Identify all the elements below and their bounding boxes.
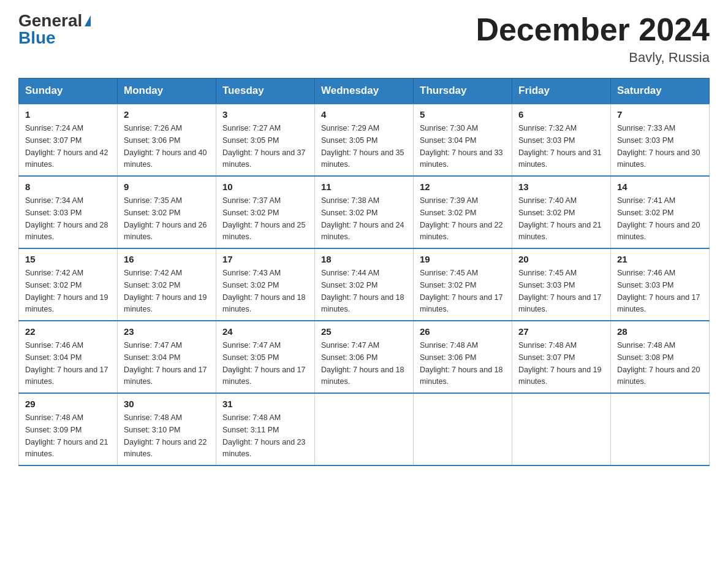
calendar-cell: 29 Sunrise: 7:48 AMSunset: 3:09 PMDaylig… bbox=[19, 393, 118, 465]
day-number: 23 bbox=[124, 326, 210, 337]
day-info: Sunrise: 7:29 AMSunset: 3:05 PMDaylight:… bbox=[321, 124, 404, 169]
day-info: Sunrise: 7:30 AMSunset: 3:04 PMDaylight:… bbox=[420, 124, 503, 169]
day-info: Sunrise: 7:27 AMSunset: 3:05 PMDaylight:… bbox=[222, 124, 306, 169]
calendar-cell: 20 Sunrise: 7:45 AMSunset: 3:03 PMDaylig… bbox=[512, 248, 611, 321]
calendar-week-1: 1 Sunrise: 7:24 AMSunset: 3:07 PMDayligh… bbox=[19, 104, 710, 176]
calendar-cell: 28 Sunrise: 7:48 AMSunset: 3:08 PMDaylig… bbox=[611, 321, 710, 393]
day-number: 10 bbox=[222, 182, 308, 192]
calendar-cell bbox=[512, 393, 611, 465]
calendar-cell: 7 Sunrise: 7:33 AMSunset: 3:03 PMDayligh… bbox=[611, 104, 710, 176]
day-info: Sunrise: 7:48 AMSunset: 3:09 PMDaylight:… bbox=[25, 413, 108, 458]
page-title: December 2024 bbox=[476, 12, 710, 47]
day-number: 30 bbox=[124, 399, 210, 409]
calendar-cell: 25 Sunrise: 7:47 AMSunset: 3:06 PMDaylig… bbox=[315, 321, 414, 393]
day-info: Sunrise: 7:42 AMSunset: 3:02 PMDaylight:… bbox=[124, 269, 207, 313]
calendar-cell: 2 Sunrise: 7:26 AMSunset: 3:06 PMDayligh… bbox=[118, 104, 216, 176]
day-info: Sunrise: 7:32 AMSunset: 3:03 PMDaylight:… bbox=[518, 124, 602, 169]
header-sunday: Sunday bbox=[19, 79, 118, 104]
day-info: Sunrise: 7:48 AMSunset: 3:07 PMDaylight:… bbox=[518, 341, 602, 386]
day-info: Sunrise: 7:47 AMSunset: 3:06 PMDaylight:… bbox=[321, 341, 404, 386]
day-number: 15 bbox=[25, 254, 111, 264]
day-number: 7 bbox=[617, 109, 703, 120]
calendar-table: Sunday Monday Tuesday Wednesday Thursday… bbox=[18, 78, 710, 466]
day-info: Sunrise: 7:48 AMSunset: 3:10 PMDaylight:… bbox=[124, 413, 207, 458]
day-number: 26 bbox=[420, 326, 506, 337]
logo-blue-text: Blue bbox=[18, 29, 56, 47]
day-info: Sunrise: 7:26 AMSunset: 3:06 PMDaylight:… bbox=[124, 124, 207, 169]
day-info: Sunrise: 7:34 AMSunset: 3:03 PMDaylight:… bbox=[25, 196, 108, 241]
day-info: Sunrise: 7:45 AMSunset: 3:02 PMDaylight:… bbox=[420, 269, 503, 313]
calendar-cell: 10 Sunrise: 7:37 AMSunset: 3:02 PMDaylig… bbox=[216, 176, 315, 248]
day-number: 17 bbox=[222, 254, 308, 264]
calendar-cell: 17 Sunrise: 7:43 AMSunset: 3:02 PMDaylig… bbox=[216, 248, 315, 321]
day-number: 16 bbox=[124, 254, 210, 264]
calendar-cell: 12 Sunrise: 7:39 AMSunset: 3:02 PMDaylig… bbox=[414, 176, 512, 248]
day-number: 20 bbox=[518, 254, 604, 264]
day-number: 13 bbox=[518, 182, 604, 192]
page-header: General Blue December 2024 Bavly, Russia bbox=[18, 12, 710, 66]
title-block: December 2024 Bavly, Russia bbox=[476, 12, 710, 66]
calendar-cell bbox=[315, 393, 414, 465]
header-thursday: Thursday bbox=[414, 79, 512, 104]
header-friday: Friday bbox=[512, 79, 611, 104]
day-number: 4 bbox=[321, 109, 407, 120]
calendar-cell: 24 Sunrise: 7:47 AMSunset: 3:05 PMDaylig… bbox=[216, 321, 315, 393]
calendar-week-2: 8 Sunrise: 7:34 AMSunset: 3:03 PMDayligh… bbox=[19, 176, 710, 248]
day-number: 5 bbox=[420, 109, 506, 120]
day-number: 27 bbox=[518, 326, 604, 337]
calendar-cell: 23 Sunrise: 7:47 AMSunset: 3:04 PMDaylig… bbox=[118, 321, 216, 393]
calendar-cell bbox=[414, 393, 512, 465]
calendar-cell: 1 Sunrise: 7:24 AMSunset: 3:07 PMDayligh… bbox=[19, 104, 118, 176]
calendar-cell: 31 Sunrise: 7:48 AMSunset: 3:11 PMDaylig… bbox=[216, 393, 315, 465]
day-number: 6 bbox=[518, 109, 604, 120]
day-info: Sunrise: 7:40 AMSunset: 3:02 PMDaylight:… bbox=[518, 196, 602, 241]
day-number: 24 bbox=[222, 326, 308, 337]
calendar-cell: 18 Sunrise: 7:44 AMSunset: 3:02 PMDaylig… bbox=[315, 248, 414, 321]
calendar-week-5: 29 Sunrise: 7:48 AMSunset: 3:09 PMDaylig… bbox=[19, 393, 710, 465]
calendar-cell: 22 Sunrise: 7:46 AMSunset: 3:04 PMDaylig… bbox=[19, 321, 118, 393]
day-info: Sunrise: 7:48 AMSunset: 3:06 PMDaylight:… bbox=[420, 341, 503, 386]
day-number: 29 bbox=[25, 399, 111, 409]
calendar-week-3: 15 Sunrise: 7:42 AMSunset: 3:02 PMDaylig… bbox=[19, 248, 710, 321]
calendar-cell: 16 Sunrise: 7:42 AMSunset: 3:02 PMDaylig… bbox=[118, 248, 216, 321]
day-info: Sunrise: 7:42 AMSunset: 3:02 PMDaylight:… bbox=[25, 269, 108, 313]
day-info: Sunrise: 7:45 AMSunset: 3:03 PMDaylight:… bbox=[518, 269, 602, 313]
day-number: 22 bbox=[25, 326, 111, 337]
day-number: 14 bbox=[617, 182, 703, 192]
calendar-cell: 8 Sunrise: 7:34 AMSunset: 3:03 PMDayligh… bbox=[19, 176, 118, 248]
day-info: Sunrise: 7:24 AMSunset: 3:07 PMDaylight:… bbox=[25, 124, 108, 169]
day-info: Sunrise: 7:39 AMSunset: 3:02 PMDaylight:… bbox=[420, 196, 503, 241]
header-saturday: Saturday bbox=[611, 79, 710, 104]
day-info: Sunrise: 7:46 AMSunset: 3:03 PMDaylight:… bbox=[617, 269, 700, 313]
day-number: 18 bbox=[321, 254, 407, 264]
day-number: 12 bbox=[420, 182, 506, 192]
calendar-cell: 5 Sunrise: 7:30 AMSunset: 3:04 PMDayligh… bbox=[414, 104, 512, 176]
calendar-cell: 9 Sunrise: 7:35 AMSunset: 3:02 PMDayligh… bbox=[118, 176, 216, 248]
day-number: 2 bbox=[124, 109, 210, 120]
day-number: 31 bbox=[222, 399, 308, 409]
day-info: Sunrise: 7:48 AMSunset: 3:08 PMDaylight:… bbox=[617, 341, 700, 386]
day-info: Sunrise: 7:46 AMSunset: 3:04 PMDaylight:… bbox=[25, 341, 108, 386]
calendar-cell: 13 Sunrise: 7:40 AMSunset: 3:02 PMDaylig… bbox=[512, 176, 611, 248]
calendar-cell: 4 Sunrise: 7:29 AMSunset: 3:05 PMDayligh… bbox=[315, 104, 414, 176]
day-info: Sunrise: 7:47 AMSunset: 3:05 PMDaylight:… bbox=[222, 341, 306, 386]
calendar-cell: 3 Sunrise: 7:27 AMSunset: 3:05 PMDayligh… bbox=[216, 104, 315, 176]
calendar-cell: 30 Sunrise: 7:48 AMSunset: 3:10 PMDaylig… bbox=[118, 393, 216, 465]
calendar-cell: 26 Sunrise: 7:48 AMSunset: 3:06 PMDaylig… bbox=[414, 321, 512, 393]
calendar-cell: 21 Sunrise: 7:46 AMSunset: 3:03 PMDaylig… bbox=[611, 248, 710, 321]
logo-general-text: General bbox=[18, 12, 82, 29]
day-number: 1 bbox=[25, 109, 111, 120]
day-info: Sunrise: 7:33 AMSunset: 3:03 PMDaylight:… bbox=[617, 124, 700, 169]
calendar-cell: 27 Sunrise: 7:48 AMSunset: 3:07 PMDaylig… bbox=[512, 321, 611, 393]
logo-triangle-icon bbox=[85, 15, 91, 26]
day-info: Sunrise: 7:47 AMSunset: 3:04 PMDaylight:… bbox=[124, 341, 207, 386]
day-info: Sunrise: 7:43 AMSunset: 3:02 PMDaylight:… bbox=[222, 269, 306, 313]
location-subtitle: Bavly, Russia bbox=[476, 50, 710, 66]
day-info: Sunrise: 7:35 AMSunset: 3:02 PMDaylight:… bbox=[124, 196, 207, 241]
day-info: Sunrise: 7:38 AMSunset: 3:02 PMDaylight:… bbox=[321, 196, 404, 241]
day-number: 11 bbox=[321, 182, 407, 192]
day-info: Sunrise: 7:37 AMSunset: 3:02 PMDaylight:… bbox=[222, 196, 306, 241]
calendar-week-4: 22 Sunrise: 7:46 AMSunset: 3:04 PMDaylig… bbox=[19, 321, 710, 393]
logo: General Blue bbox=[18, 12, 91, 47]
header-wednesday: Wednesday bbox=[315, 79, 414, 104]
